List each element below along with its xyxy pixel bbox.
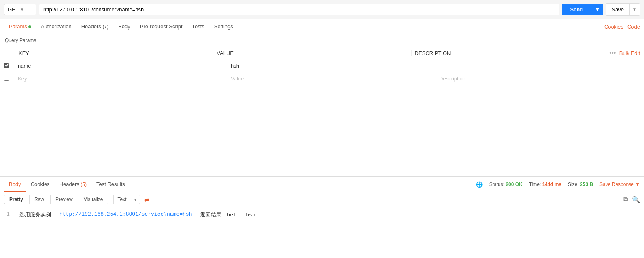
- tab-body-label: Body: [118, 23, 130, 30]
- row-checkbox-cell: [0, 63, 15, 69]
- view-right-icons: ⧉ 🔍: [623, 196, 640, 203]
- method-selector[interactable]: GET ▼: [4, 4, 36, 15]
- row-desc-cell[interactable]: [436, 74, 644, 83]
- wrap-icon[interactable]: ⇌: [144, 196, 149, 203]
- time-value: 1444 ms: [542, 182, 561, 187]
- row-desc-cell[interactable]: [436, 61, 644, 70]
- view-subtabs: Pretty Raw Preview Visualize Text ▼ ⇌ ⧉ …: [0, 192, 644, 207]
- tab-tests[interactable]: Tests: [187, 19, 209, 34]
- query-params-label: Query Params: [0, 34, 644, 47]
- request-tabs: Params Authorization Headers (7) Body Pr…: [0, 19, 644, 34]
- format-label[interactable]: Text: [114, 195, 131, 204]
- params-dot-icon: [28, 25, 31, 28]
- response-content: 1 选用服务实例： http://192.168.254.1:8001/serv…: [0, 207, 644, 222]
- tab-right-actions: Cookies Code: [604, 24, 640, 30]
- row-value-cell[interactable]: [227, 61, 436, 70]
- save-button-group: Save ▼: [606, 3, 640, 16]
- view-tab-raw[interactable]: Raw: [29, 195, 49, 204]
- th-value: VALUE: [213, 50, 411, 56]
- code-link[interactable]: Code: [627, 24, 640, 30]
- response-line-1: 1 选用服务实例： http://192.168.254.1:8001/serv…: [6, 211, 638, 218]
- tab-cookies-response[interactable]: Cookies: [26, 177, 55, 192]
- tab-cookies-response-label: Cookies: [31, 181, 50, 187]
- tab-authorization-label: Authorization: [41, 23, 72, 30]
- status-label: Status: 200 OK: [489, 182, 523, 187]
- row-checkbox[interactable]: [4, 63, 9, 68]
- size-label: Size: 253 B: [568, 182, 593, 187]
- desc-input[interactable]: [439, 63, 641, 69]
- table-row: [0, 72, 644, 85]
- tab-settings-label: Settings: [214, 23, 233, 30]
- th-description: DESCRIPTION: [411, 50, 609, 56]
- search-icon[interactable]: 🔍: [632, 196, 640, 203]
- view-tab-preview[interactable]: Preview: [50, 195, 78, 204]
- row-key-cell[interactable]: [15, 61, 227, 70]
- tab-body[interactable]: Body: [113, 19, 135, 34]
- tab-params-label: Params: [9, 23, 27, 30]
- save-caret-button[interactable]: ▼: [629, 4, 640, 15]
- globe-icon: 🌐: [476, 181, 483, 188]
- th-actions: ••• Bulk Edit: [609, 49, 640, 57]
- tab-authorization[interactable]: Authorization: [36, 19, 77, 34]
- save-button[interactable]: Save: [606, 4, 629, 15]
- row-checkbox[interactable]: [4, 76, 9, 81]
- format-selector: Text ▼: [113, 195, 140, 204]
- th-key: KEY: [19, 50, 213, 56]
- response-tabs: Body Cookies Headers (5) Test Results 🌐 …: [0, 177, 644, 192]
- tab-headers-response[interactable]: Headers (5): [55, 177, 91, 192]
- bulk-edit-button[interactable]: Bulk Edit: [619, 50, 640, 56]
- size-value: 253 B: [580, 182, 593, 187]
- send-button[interactable]: Send: [562, 4, 591, 15]
- tab-prerequest-label: Pre-request Script: [140, 23, 183, 30]
- tab-headers-label: Headers (7): [81, 23, 108, 30]
- desc-input[interactable]: [439, 76, 641, 82]
- more-options-icon[interactable]: •••: [609, 49, 616, 57]
- key-input[interactable]: [18, 76, 224, 82]
- response-section: Body Cookies Headers (5) Test Results 🌐 …: [0, 177, 644, 222]
- tab-test-results-label: Test Results: [96, 181, 125, 187]
- row-value-cell[interactable]: [227, 74, 436, 83]
- value-input[interactable]: [231, 63, 432, 69]
- send-button-group: Send ▼: [562, 4, 603, 15]
- view-tab-pretty[interactable]: Pretty: [4, 195, 28, 204]
- method-label: GET: [8, 6, 19, 13]
- top-bar: GET ▼ Send ▼ Save ▼: [0, 0, 644, 19]
- format-caret[interactable]: ▼: [131, 196, 140, 203]
- row-key-cell[interactable]: [15, 74, 227, 83]
- tab-headers[interactable]: Headers (7): [77, 19, 113, 34]
- tab-tests-label: Tests: [192, 23, 204, 30]
- save-response-button[interactable]: Save Response ▼: [599, 182, 640, 187]
- view-tab-visualize[interactable]: Visualize: [79, 195, 108, 204]
- cookies-link[interactable]: Cookies: [604, 24, 623, 30]
- tab-settings[interactable]: Settings: [209, 19, 238, 34]
- method-caret-icon: ▼: [20, 7, 24, 12]
- key-input[interactable]: [18, 63, 224, 69]
- url-input[interactable]: [39, 4, 559, 15]
- response-text-suffix: ，返回结果：hello hsh: [195, 211, 255, 218]
- time-label: Time: 1444 ms: [529, 182, 561, 187]
- response-status-bar: 🌐 Status: 200 OK Time: 1444 ms Size: 253…: [476, 181, 640, 188]
- tab-body-response-label: Body: [9, 181, 21, 187]
- params-table-header: KEY VALUE DESCRIPTION ••• Bulk Edit: [0, 47, 644, 59]
- send-caret-button[interactable]: ▼: [591, 4, 603, 15]
- tab-headers-response-label: Headers (5): [60, 181, 87, 187]
- tab-test-results[interactable]: Test Results: [91, 177, 130, 192]
- table-row: [0, 59, 644, 72]
- upper-section: Params Authorization Headers (7) Body Pr…: [0, 19, 644, 177]
- status-value: 200 OK: [506, 182, 522, 187]
- response-text-prefix: 选用服务实例：: [19, 211, 56, 218]
- response-url[interactable]: http://192.168.254.1:8001/service?name=h…: [60, 211, 192, 218]
- line-number: 1: [6, 211, 10, 218]
- row-checkbox-cell: [0, 76, 15, 82]
- value-input[interactable]: [231, 76, 432, 82]
- tab-params[interactable]: Params: [4, 19, 36, 34]
- tab-prerequest[interactable]: Pre-request Script: [135, 19, 187, 34]
- copy-button[interactable]: ⧉: [623, 196, 628, 203]
- tab-body-response[interactable]: Body: [4, 177, 26, 192]
